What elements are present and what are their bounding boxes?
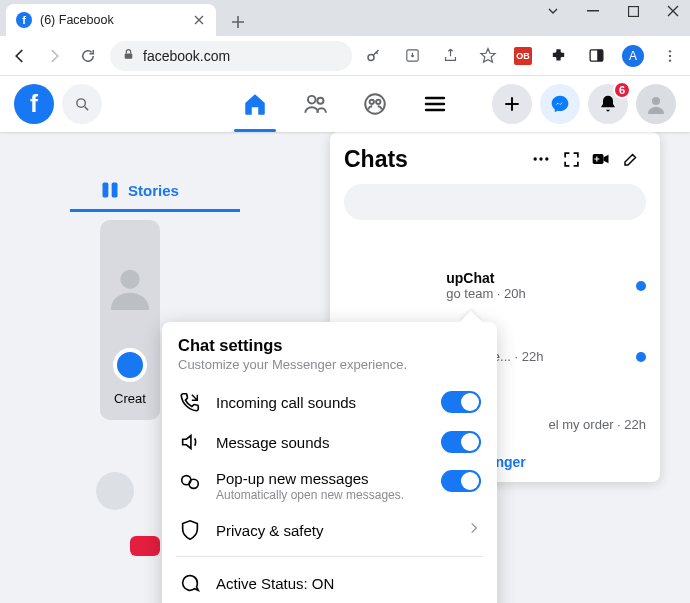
- divider: [176, 556, 483, 557]
- settings-title: Chat settings: [178, 336, 481, 355]
- notifications-button[interactable]: 6: [588, 84, 628, 124]
- tab-title: (6) Facebook: [40, 13, 184, 27]
- key-icon[interactable]: [362, 44, 386, 68]
- fb-search-button[interactable]: [62, 84, 102, 124]
- address-bar[interactable]: facebook.com: [110, 41, 352, 71]
- plus-icon: [113, 348, 147, 382]
- label: Incoming call sounds: [216, 394, 427, 411]
- speaker-icon: [178, 430, 202, 454]
- chat-title: upChat: [446, 270, 526, 286]
- toggle-message-sounds[interactable]: [441, 431, 481, 453]
- create-story-card[interactable]: Creat: [100, 220, 160, 420]
- row-active-status[interactable]: Active Status: ON: [162, 563, 497, 603]
- create-button[interactable]: [492, 84, 532, 124]
- browser-tab[interactable]: f (6) Facebook: [6, 4, 216, 36]
- svg-point-22: [545, 157, 548, 160]
- fb-top-nav: f 6: [0, 76, 690, 132]
- svg-point-7: [669, 50, 671, 52]
- row-privacy-safety[interactable]: Privacy & safety: [162, 510, 497, 550]
- settings-subtitle: Customize your Messenger experience.: [178, 357, 481, 372]
- facebook-favicon: f: [16, 12, 32, 28]
- minimize-icon[interactable]: [586, 4, 600, 18]
- maximize-icon[interactable]: [626, 4, 640, 18]
- chat-bubble-icon: [178, 571, 202, 595]
- chat-sub: · 22h: [511, 349, 544, 364]
- back-icon[interactable]: [8, 44, 32, 68]
- browser-toolbar: facebook.com OB A: [0, 36, 690, 76]
- chevron-down-icon[interactable]: [546, 4, 560, 18]
- unread-dot: [636, 352, 646, 362]
- chat-settings-popover: Chat settings Customize your Messenger e…: [162, 322, 497, 603]
- chat-sub: go team · 20h: [446, 286, 526, 301]
- notification-badge: 6: [613, 81, 631, 99]
- install-icon[interactable]: [400, 44, 424, 68]
- avatar: [96, 472, 134, 510]
- chat-item[interactable]: upChat go team · 20h: [344, 260, 646, 311]
- nav-home[interactable]: [230, 80, 280, 128]
- star-icon[interactable]: [476, 44, 500, 68]
- extensions-icon[interactable]: [546, 44, 570, 68]
- nav-groups[interactable]: [350, 80, 400, 128]
- tab-stories[interactable]: Stories: [100, 180, 179, 200]
- svg-point-8: [669, 54, 671, 56]
- svg-rect-2: [125, 53, 133, 58]
- label: Active Status: ON: [216, 575, 481, 592]
- label: Privacy & safety: [216, 522, 453, 539]
- facebook-logo[interactable]: f: [14, 84, 54, 124]
- nav-friends[interactable]: [290, 80, 340, 128]
- row-message-sounds[interactable]: Message sounds: [162, 422, 497, 462]
- toggle-incoming[interactable]: [441, 391, 481, 413]
- svg-point-16: [652, 97, 660, 105]
- extension-ob[interactable]: OB: [514, 47, 532, 65]
- url-text: facebook.com: [143, 48, 230, 64]
- fb-body: Stories Creat Chats upChat go team · 20h…: [0, 132, 690, 603]
- popup-icon: [178, 470, 202, 494]
- svg-rect-6: [597, 50, 603, 61]
- svg-point-14: [370, 100, 374, 104]
- stories-label: Stories: [128, 182, 179, 199]
- video-call-icon[interactable]: [586, 144, 616, 174]
- close-window-icon[interactable]: [666, 4, 680, 18]
- menu-dots-icon[interactable]: [658, 44, 682, 68]
- svg-point-10: [76, 98, 85, 107]
- toggle-popup[interactable]: [441, 470, 481, 492]
- row-incoming-call-sounds[interactable]: Incoming call sounds: [162, 382, 497, 422]
- svg-point-25: [189, 479, 198, 488]
- chevron-right-icon: [467, 521, 481, 539]
- label: Pop-up new messages: [216, 470, 427, 487]
- label: Message sounds: [216, 434, 427, 451]
- messenger-button[interactable]: [540, 84, 580, 124]
- svg-point-11: [308, 96, 316, 104]
- svg-rect-17: [103, 183, 109, 198]
- chats-search[interactable]: [344, 184, 646, 220]
- share-icon[interactable]: [438, 44, 462, 68]
- close-tab-icon[interactable]: [192, 13, 206, 27]
- compose-icon[interactable]: [616, 144, 646, 174]
- svg-point-21: [539, 157, 542, 160]
- side-panel-icon[interactable]: [584, 44, 608, 68]
- svg-point-9: [669, 59, 671, 61]
- svg-rect-1: [628, 6, 638, 16]
- svg-rect-0: [587, 10, 599, 12]
- row-popup-messages[interactable]: Pop-up new messages Automatically open n…: [162, 462, 497, 510]
- svg-point-20: [534, 157, 537, 160]
- svg-point-12: [317, 98, 323, 104]
- live-badge: [130, 536, 160, 556]
- forward-icon[interactable]: [42, 44, 66, 68]
- reload-icon[interactable]: [76, 44, 100, 68]
- list-item[interactable]: [96, 472, 134, 510]
- shield-icon: [178, 518, 202, 542]
- phone-incoming-icon: [178, 390, 202, 414]
- svg-point-3: [368, 54, 374, 60]
- profile-avatar[interactable]: A: [622, 45, 644, 67]
- svg-point-13: [365, 94, 385, 114]
- chats-options-icon[interactable]: [526, 144, 556, 174]
- expand-icon[interactable]: [556, 144, 586, 174]
- nav-menu[interactable]: [410, 80, 460, 128]
- chat-sub: · 22h: [613, 417, 646, 432]
- chats-title: Chats: [344, 146, 526, 173]
- account-button[interactable]: [636, 84, 676, 124]
- lock-icon: [122, 48, 135, 64]
- new-tab-button[interactable]: [224, 8, 252, 36]
- svg-point-19: [120, 270, 139, 289]
